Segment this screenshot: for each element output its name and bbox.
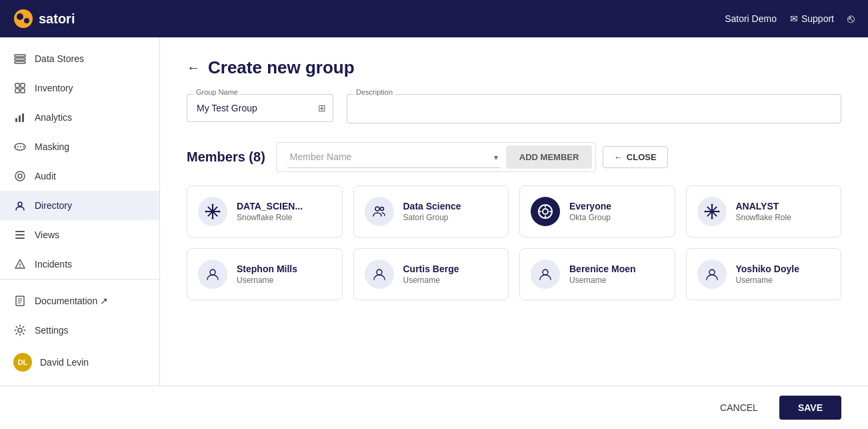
svg-rect-10 [15, 118, 17, 122]
sidebar-item-documentation[interactable]: Documentation ↗ [0, 286, 159, 316]
svg-point-36 [375, 207, 379, 211]
sidebar-item-views[interactable]: Views [0, 220, 159, 250]
member-card: ANALYST Snowflake Role [686, 185, 842, 238]
member-info: Everyone Okta Group [569, 201, 611, 222]
svg-rect-18 [15, 231, 25, 232]
member-type: Okta Group [569, 213, 611, 222]
analytics-icon [13, 111, 27, 124]
member-search-wrapper: Member Name ▾ ADD MEMBER [276, 142, 596, 172]
member-avatar [365, 197, 394, 226]
member-info: DATA_SCIEN... Snowflake Role [237, 201, 303, 222]
logo-text: satori [39, 11, 75, 27]
sidebar-item-settings[interactable]: Settings [0, 316, 159, 345]
group-name-value: My Test Group [197, 103, 257, 113]
svg-point-2 [24, 18, 29, 23]
svg-point-33 [212, 218, 214, 220]
support-link[interactable]: ✉ Support [790, 13, 834, 24]
svg-rect-3 [15, 55, 25, 57]
members-header: Members (8) Member Name ▾ ADD MEMBER ← C… [187, 142, 841, 172]
close-button[interactable]: ← CLOSE [603, 146, 668, 168]
svg-point-39 [543, 209, 548, 214]
sidebar-label-documentation: Documentation ↗ [35, 296, 108, 306]
views-icon [13, 228, 27, 242]
member-name: Curtis Berge [403, 264, 459, 274]
member-avatar [531, 197, 560, 226]
member-name: ANALYST [736, 201, 791, 211]
member-name: Yoshiko Doyle [736, 264, 799, 274]
svg-point-22 [20, 267, 21, 268]
member-info: Yoshiko Doyle Username [736, 264, 799, 285]
member-type: Username [403, 276, 459, 285]
svg-rect-4 [15, 58, 25, 60]
sidebar-item-data-stores[interactable]: Data Stores [0, 44, 159, 73]
svg-point-37 [380, 207, 383, 211]
svg-rect-7 [21, 83, 25, 87]
form-row: Group Name My Test Group ⊞ Description [187, 94, 841, 123]
group-name-label: Group Name [193, 88, 241, 96]
member-type: Username [569, 276, 636, 285]
page-title: Create new group [208, 57, 355, 78]
member-name: Berenice Moen [569, 264, 636, 274]
sidebar-item-audit[interactable]: Audit [0, 161, 159, 191]
sidebar-label-data-stores: Data Stores [35, 53, 84, 64]
logout-button[interactable]: ⎋ [847, 12, 855, 26]
svg-point-35 [219, 211, 221, 213]
member-dropdown[interactable]: Member Name [287, 146, 501, 168]
group-name-field: Group Name My Test Group ⊞ [187, 94, 333, 122]
member-info: ANALYST Snowflake Role [736, 201, 791, 222]
member-card: Curtis Berge Username [353, 248, 509, 300]
main-content: ← Create new group Group Name My Test Gr… [160, 37, 868, 386]
sidebar-item-masking[interactable]: Masking [0, 132, 159, 161]
sidebar-label-directory: Directory [35, 200, 72, 211]
edit-icon[interactable]: ⊞ [318, 103, 326, 113]
sidebar-label-masking: Masking [35, 141, 69, 152]
member-name: DATA_SCIEN... [237, 201, 303, 211]
member-type: Satori Group [403, 213, 461, 222]
svg-rect-20 [15, 238, 25, 239]
member-info: Berenice Moen Username [569, 264, 636, 285]
member-info: Data Science Satori Group [403, 201, 461, 222]
description-input[interactable] [347, 94, 841, 123]
topbar: satori Satori Demo ✉ Support ⎋ [0, 0, 868, 37]
svg-rect-9 [21, 89, 25, 93]
sidebar-item-analytics[interactable]: Analytics [0, 103, 159, 132]
svg-point-15 [15, 171, 25, 181]
group-name-input-wrapper[interactable]: My Test Group ⊞ [187, 94, 333, 122]
logo-icon [13, 9, 33, 29]
add-member-button[interactable]: ADD MEMBER [506, 145, 593, 169]
sidebar-item-directory[interactable]: Directory [0, 191, 159, 220]
member-card: DATA_SCIEN... Snowflake Role [187, 185, 343, 238]
settings-icon [13, 324, 27, 337]
sidebar-item-user[interactable]: DL David Levin [0, 345, 159, 380]
sidebar-item-inventory[interactable]: Inventory [0, 73, 159, 103]
member-avatar [198, 197, 227, 226]
cancel-button[interactable]: CANCEL [707, 396, 771, 420]
svg-rect-6 [15, 83, 19, 87]
member-info: Curtis Berge Username [403, 264, 459, 285]
svg-point-54 [543, 270, 548, 275]
back-button[interactable]: ← [187, 60, 200, 75]
svg-rect-8 [15, 89, 19, 93]
docs-icon [13, 294, 27, 308]
topbar-user: Satori Demo [725, 13, 777, 24]
members-grid: DATA_SCIEN... Snowflake Role Data Scienc… [187, 185, 841, 300]
sidebar-label-views: Views [35, 230, 59, 240]
member-card: Stephon Mills Username [187, 248, 343, 300]
svg-point-34 [205, 211, 207, 213]
sidebar-item-incidents[interactable]: Incidents [0, 250, 159, 279]
svg-rect-11 [19, 115, 21, 122]
footer: CANCEL SAVE [0, 386, 868, 429]
save-button[interactable]: SAVE [779, 396, 841, 420]
member-avatar [198, 260, 227, 289]
data-stores-icon [13, 52, 27, 65]
svg-point-32 [212, 204, 214, 206]
member-name: Stephon Mills [237, 264, 297, 274]
close-arrow-icon: ← [614, 152, 623, 162]
sidebar: Data Stores Inventory Analytics Masking … [0, 37, 160, 386]
svg-point-1 [17, 13, 23, 20]
member-search-row: Member Name ▾ ADD MEMBER ← CLOSE [276, 142, 841, 172]
svg-point-48 [711, 204, 713, 206]
svg-rect-5 [15, 61, 25, 63]
main-layout: Data Stores Inventory Analytics Masking … [0, 37, 868, 386]
member-name: Everyone [569, 201, 611, 211]
